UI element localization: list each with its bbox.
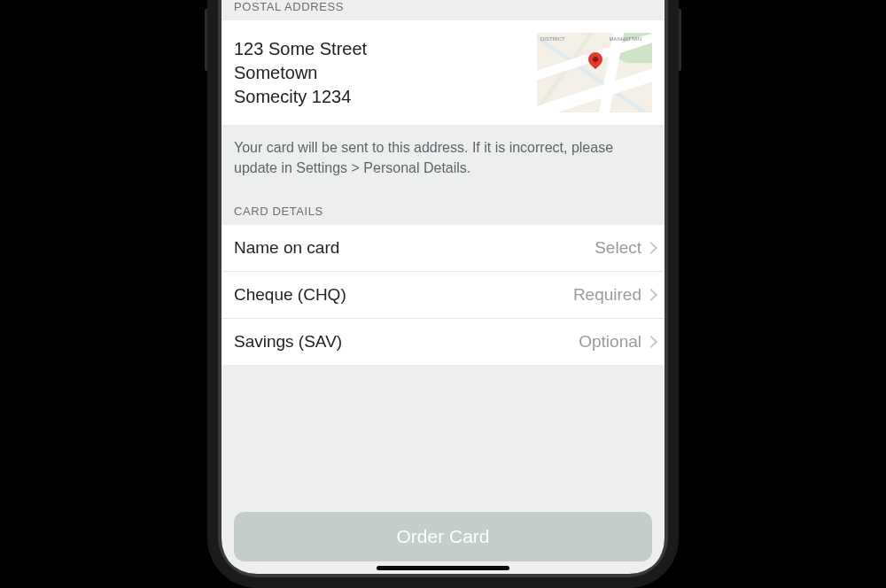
row-value: Select <box>595 238 641 258</box>
row-label: Savings (SAV) <box>234 332 579 352</box>
address-line-3: Somecity 1234 <box>234 85 523 109</box>
map-thumbnail[interactable]: DISTRICT MANHATTAN <box>537 33 652 112</box>
row-value: Required <box>573 285 641 305</box>
address-card[interactable]: 123 Some Street Sometown Somecity 1234 D… <box>218 20 668 125</box>
address-lines: 123 Some Street Sometown Somecity 1234 <box>234 37 523 109</box>
address-note: Your card will be sent to this address. … <box>218 125 668 199</box>
home-indicator[interactable] <box>377 566 509 570</box>
content-scroll[interactable]: POSTAL ADDRESS 123 Some Street Sometown … <box>218 0 668 501</box>
row-name-on-card[interactable]: Name on card Select <box>218 225 668 272</box>
chevron-right-icon <box>645 289 657 301</box>
row-label: Cheque (CHQ) <box>234 285 573 305</box>
screen: POSTAL ADDRESS 123 Some Street Sometown … <box>218 0 668 577</box>
section-header-postal: POSTAL ADDRESS <box>218 0 668 20</box>
row-cheque[interactable]: Cheque (CHQ) Required <box>218 272 668 319</box>
side-button-left <box>205 9 207 71</box>
row-value: Optional <box>579 332 641 352</box>
phone-frame: POSTAL ADDRESS 123 Some Street Sometown … <box>207 0 679 588</box>
address-line-2: Sometown <box>234 61 523 85</box>
chevron-right-icon <box>645 242 657 254</box>
order-card-button[interactable]: Order Card <box>234 512 652 561</box>
row-label: Name on card <box>234 238 595 258</box>
address-line-1: 123 Some Street <box>234 37 523 61</box>
side-button-right <box>679 9 681 71</box>
chevron-right-icon <box>645 336 657 348</box>
section-header-card-details: CARD DETAILS <box>218 199 668 225</box>
row-savings[interactable]: Savings (SAV) Optional <box>218 319 668 365</box>
